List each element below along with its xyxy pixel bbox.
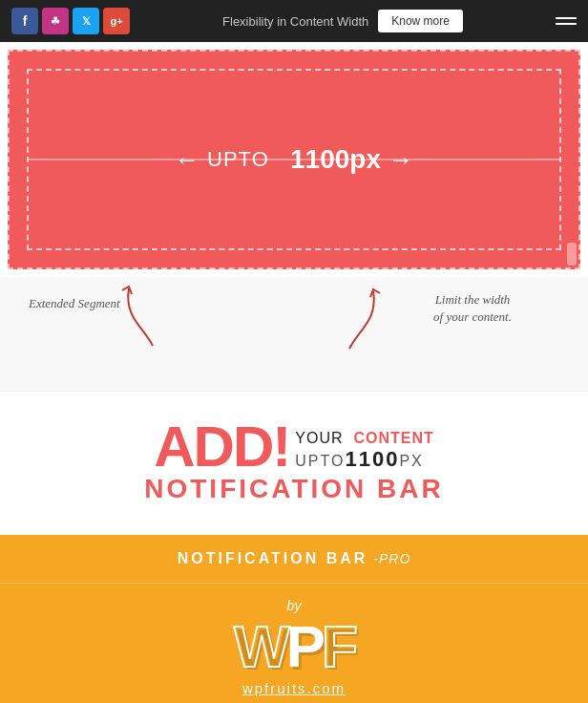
content-text: CONTENT <box>353 430 433 446</box>
notification-bar-label: NOTIFICATION BAR <box>144 474 443 504</box>
annotation-section: Extended Segment Limit the width of your… <box>0 277 588 392</box>
your-text: YOUR <box>295 430 343 446</box>
px-number: 1100 <box>345 447 399 471</box>
right-arrow: → <box>388 145 413 175</box>
upto-label: UPTO <box>207 147 283 172</box>
hamburger-menu[interactable] <box>556 17 577 25</box>
add-right: YOUR CONTENT UPTO1100PX <box>295 430 433 472</box>
scroll-indicator <box>567 243 577 266</box>
social-icons: f ☘ 𝕏 g+ <box>11 8 130 34</box>
left-annotation-arrow <box>105 279 162 355</box>
notif-title: NOTIFICATION BAR <box>178 550 368 567</box>
width-value: 1100px <box>290 144 381 175</box>
wpf-letters: WPF <box>234 617 354 676</box>
w-letter: W <box>234 613 286 679</box>
red-section: ← UPTO 1100px → <box>8 50 580 269</box>
notif-pro: -PRO <box>373 551 410 566</box>
left-arrow: ← <box>175 145 200 175</box>
wpf-section: by WPF wpfruits.com <box>0 583 588 703</box>
twitter-icon[interactable]: 𝕏 <box>73 8 99 34</box>
flexibility-text: Flexibility in Content Width <box>222 14 368 29</box>
main-content: ADD! YOUR CONTENT UPTO1100PX NOTIFICATIO… <box>0 392 588 535</box>
upto-text: UPTO <box>295 453 345 469</box>
width-display: ← UPTO 1100px → <box>175 144 413 175</box>
top-bar-center: Flexibility in Content Width Know more <box>222 10 463 32</box>
add-row: ADD! YOUR CONTENT UPTO1100PX <box>154 422 433 472</box>
your-content-line: YOUR CONTENT <box>295 430 433 447</box>
add-text: ADD! <box>154 422 289 471</box>
f-letter: F <box>322 613 354 679</box>
facebook-icon[interactable]: f <box>11 8 38 34</box>
by-text: by <box>287 598 302 613</box>
px-suffix: PX <box>399 453 423 469</box>
upto-px-line: UPTO1100PX <box>295 447 433 472</box>
p-letter: P <box>286 613 322 679</box>
googleplus-icon[interactable]: g+ <box>103 8 130 34</box>
wpf-logo: WPF <box>234 617 354 676</box>
limit-annotation: Limit the width of your content. <box>433 291 512 326</box>
wpfruits-url[interactable]: wpfruits.com <box>242 680 346 696</box>
notification-bar-orange: NOTIFICATION BAR -PRO <box>0 535 588 583</box>
know-more-button[interactable]: Know more <box>378 10 463 32</box>
top-bar: f ☘ 𝕏 g+ Flexibility in Content Width Kn… <box>0 0 588 42</box>
instagram-icon[interactable]: ☘ <box>42 8 69 34</box>
right-annotation-arrow <box>340 282 397 358</box>
